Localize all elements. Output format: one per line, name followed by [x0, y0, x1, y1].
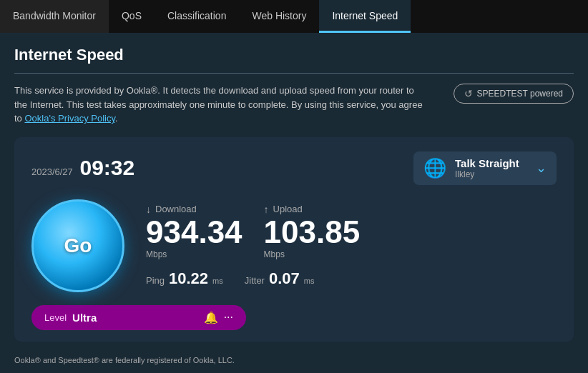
download-label-text: Download: [155, 204, 197, 214]
ping-block: Ping 10.22 ms: [146, 269, 223, 288]
refresh-icon: ↺: [464, 88, 473, 99]
jitter-block: Jitter 0.07 ms: [245, 269, 315, 288]
bell-icon[interactable]: 🔔: [204, 311, 218, 324]
nav-item-qos[interactable]: QoS: [109, 0, 155, 33]
download-label: ↓ Download: [146, 204, 242, 215]
jitter-unit: ms: [304, 277, 315, 285]
upload-value: 103.85: [264, 217, 361, 248]
upload-arrow-icon: ↑: [264, 204, 269, 215]
chevron-down-icon: ⌄: [536, 160, 547, 176]
isp-location: Ilkley: [455, 169, 519, 179]
nav-item-classification[interactable]: Classification: [155, 0, 239, 33]
stats-area: ↓ Download 934.34 Mbps ↑ Upload 103.85: [146, 204, 557, 288]
ping-value: 10.22: [169, 269, 208, 288]
date-text: 2023/6/27: [31, 166, 73, 177]
isp-name: Talk Straight: [455, 157, 519, 169]
upload-unit: Mbps: [264, 249, 361, 259]
go-button[interactable]: Go: [31, 199, 124, 292]
jitter-label: Jitter: [245, 275, 265, 286]
privacy-policy-link[interactable]: Ookla's Privacy Policy: [24, 113, 115, 124]
nav-label-qos: QoS: [122, 10, 142, 21]
upload-block: ↑ Upload 103.85 Mbps: [264, 204, 361, 259]
info-text: This service is provided by Ookla®. It d…: [14, 84, 429, 126]
divider: [14, 73, 574, 74]
nav-item-internet-speed[interactable]: Internet Speed: [319, 0, 411, 33]
nav-label-internet-speed: Internet Speed: [332, 10, 398, 21]
speed-card-top: 2023/6/27 09:32 🌐 Talk Straight Ilkley ⌄: [31, 151, 557, 185]
footer-text: Ookla® and Speedtest® are federally regi…: [14, 356, 235, 364]
jitter-value: 0.07: [269, 269, 300, 288]
ping-unit: ms: [212, 277, 223, 285]
download-unit: Mbps: [146, 249, 242, 259]
main-content: Internet Speed This service is provided …: [0, 33, 588, 349]
download-upload-row: ↓ Download 934.34 Mbps ↑ Upload 103.85: [146, 204, 557, 259]
nav-label-classification: Classification: [167, 10, 226, 21]
isp-info: Talk Straight Ilkley: [455, 157, 519, 179]
download-value: 934.34: [146, 217, 242, 248]
speedtest-badge: ↺ SPEEDTEST powered: [454, 84, 574, 104]
upload-label-text: Upload: [273, 204, 303, 214]
go-button-wrapper: Go: [31, 199, 124, 292]
globe-icon: 🌐: [423, 157, 446, 179]
download-arrow-icon: ↓: [146, 204, 151, 215]
page-title: Internet Speed: [14, 46, 574, 64]
level-bar[interactable]: Level Ultra 🔔 ···: [31, 305, 246, 330]
upload-label: ↑ Upload: [264, 204, 361, 215]
level-label: Level: [44, 312, 67, 323]
more-options-icon[interactable]: ···: [224, 311, 233, 324]
speed-card: 2023/6/27 09:32 🌐 Talk Straight Ilkley ⌄…: [14, 137, 574, 342]
info-text-2: .: [115, 113, 118, 124]
ping-label: Ping: [146, 275, 165, 286]
nav-bar: Bandwidth Monitor QoS Classification Web…: [0, 0, 588, 33]
footer: Ookla® and Speedtest® are federally regi…: [0, 349, 588, 369]
nav-label-web-history: Web History: [252, 10, 306, 21]
nav-item-bandwidth-monitor[interactable]: Bandwidth Monitor: [0, 0, 109, 33]
info-row: This service is provided by Ookla®. It d…: [14, 84, 574, 126]
speedtest-badge-label: SPEEDTEST powered: [477, 89, 564, 99]
datetime-display: 2023/6/27 09:32: [31, 156, 134, 180]
level-value: Ultra: [72, 312, 198, 324]
speed-card-body: Go ↓ Download 934.34 Mbps: [31, 199, 557, 292]
nav-item-web-history[interactable]: Web History: [239, 0, 319, 33]
ping-jitter-row: Ping 10.22 ms Jitter 0.07 ms: [146, 269, 557, 288]
isp-selector[interactable]: 🌐 Talk Straight Ilkley ⌄: [413, 151, 557, 185]
time-text: 09:32: [79, 156, 134, 179]
download-block: ↓ Download 934.34 Mbps: [146, 204, 242, 259]
nav-label-bandwidth: Bandwidth Monitor: [13, 10, 96, 21]
